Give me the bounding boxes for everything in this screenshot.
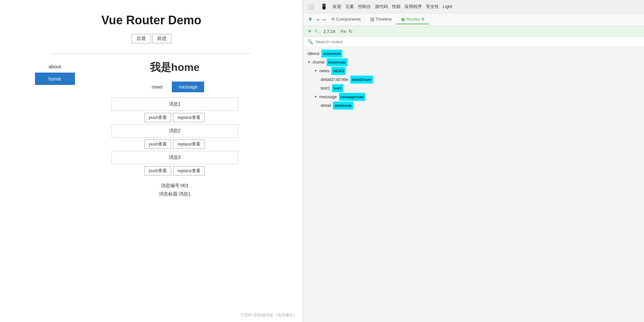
route-home-badge: homeroute (327, 58, 348, 66)
replace-btn-3[interactable]: replace查看 (173, 166, 205, 175)
route-home[interactable]: ▼ /home homeroute (307, 58, 640, 67)
forward-button[interactable]: 前进 (152, 34, 171, 43)
app-title: Vue Router Demo (101, 13, 201, 27)
refresh-icon[interactable]: ↻ (349, 29, 353, 34)
tab-light[interactable]: Light (443, 4, 452, 9)
message-item-3: 消息3 (112, 151, 238, 164)
device-icon[interactable]: 📱 (319, 2, 329, 11)
push-btn-2[interactable]: push查看 (145, 140, 171, 149)
detail-id: 消息编号:001 (159, 181, 191, 190)
route-message[interactable]: ▼ message messageroute (307, 93, 640, 101)
route-about[interactable]: /about aboutroute (307, 49, 640, 58)
route-about-badge: aboutroute (321, 50, 342, 58)
find-label: Fin (341, 29, 347, 34)
search-icon: 🔍 (307, 39, 313, 44)
devtools-panel: ⬜ 📱 欢迎 元素 控制台 源代码 性能 应用程序 安全性 Light ▼ ← … (303, 0, 644, 322)
route-detail-badge: detailroute (333, 102, 353, 110)
msg-actions-3: push查看 replace查看 (112, 166, 238, 175)
route-detail-path: detail (321, 101, 331, 110)
tab-components-label: Components (336, 17, 361, 22)
route-detail[interactable]: detail detailroute (307, 101, 640, 110)
tab-console[interactable]: 控制台 (358, 4, 371, 10)
tab-performance[interactable]: 性能 (392, 4, 401, 10)
tab-timeline[interactable]: ▤ Timeline (366, 15, 397, 24)
vue-logo-small: ▼ (307, 29, 312, 34)
app-label: A... (315, 29, 321, 34)
route-test1-badge: test1 (332, 84, 343, 92)
push-btn-1[interactable]: push查看 (145, 113, 171, 122)
message-collapse-icon[interactable]: ▼ (314, 94, 317, 100)
watermark: CSDN @前端学徒（低等修为） (241, 312, 297, 318)
routes-badge-icon: ✿ (421, 17, 424, 21)
route-test1[interactable]: test1 test1 (307, 84, 640, 93)
timeline-icon: ▤ (370, 17, 374, 22)
detail-title: 消息标题:消息1 (159, 190, 191, 198)
vue-devtools-tabbar: ▼ ← → ⟳ Components ▤ Timeline ▣ Routes ✿ (303, 13, 644, 26)
home-title: 我是home (150, 60, 199, 75)
screen-cast-icon[interactable]: ⬜ (306, 2, 315, 11)
message-list: 消息1 push查看 replace查看 消息2 push查看 replace查… (112, 98, 238, 177)
components-icon: ⟳ (331, 17, 335, 22)
msg-actions-2: push查看 replace查看 (112, 140, 238, 149)
sidebar-item-home[interactable]: home (35, 73, 75, 85)
route-test1-path: test1 (321, 84, 330, 93)
divider (52, 53, 251, 54)
tab-routes[interactable]: ▣ Routes ✿ (396, 15, 429, 24)
tab-elements[interactable]: 元素 (345, 4, 354, 10)
back-icon[interactable]: ← (316, 17, 321, 23)
route-tree: /about aboutroute ▼ /home homeroute ▼ ne… (303, 47, 644, 322)
sidebar-item-about[interactable]: about (35, 60, 75, 73)
message-item-1: 消息1 (112, 98, 238, 111)
content-area: 我是home news message 消息1 push查看 replace查看… (82, 60, 268, 198)
tab-security[interactable]: 安全性 (426, 4, 439, 10)
route-message-badge: messageroute (339, 93, 366, 101)
message-item-2: 消息2 (112, 124, 238, 138)
main-layout: about home 我是home news message 消息1 push查… (35, 60, 268, 198)
route-news-badge: NEWS (331, 67, 346, 75)
route-home-path: /home (313, 58, 325, 67)
sub-nav-message[interactable]: message (172, 82, 204, 92)
tab-source[interactable]: 源代码 (375, 4, 388, 10)
tab-timeline-label: Timeline (376, 17, 392, 22)
replace-btn-2[interactable]: replace查看 (173, 140, 205, 149)
version-row: ▼ A... 2.7.14 Fin ↻ (303, 26, 644, 37)
msg-detail: 消息编号:001 消息标题:消息1 (159, 181, 191, 198)
push-btn-3[interactable]: push查看 (145, 166, 171, 175)
sub-nav: news message (82, 82, 268, 92)
news-collapse-icon[interactable]: ▼ (314, 68, 317, 74)
home-collapse-icon[interactable]: ▼ (307, 59, 311, 66)
back-button[interactable]: 后退 (132, 34, 151, 43)
vue-logo: ▼ (307, 16, 313, 23)
route-news-path: news (319, 67, 329, 75)
tab-welcome[interactable]: 欢迎 (333, 4, 341, 10)
find-row: Fin ↻ (338, 27, 355, 35)
route-detail2[interactable]: detail2/:id/:title detail2route (307, 75, 640, 84)
forward-icon[interactable]: → (321, 17, 327, 23)
routes-icon: ▣ (401, 17, 405, 22)
route-about-path: /about (307, 49, 319, 58)
msg-actions-1: push查看 replace查看 (112, 113, 238, 122)
sidebar-nav: about home (35, 60, 75, 198)
tab-components[interactable]: ⟳ Components (327, 15, 366, 24)
search-routes-input[interactable] (316, 39, 640, 44)
nav-buttons: 后退 前进 (132, 34, 171, 43)
sub-nav-news[interactable]: news (145, 82, 169, 92)
devtools-topbar: ⬜ 📱 欢迎 元素 控制台 源代码 性能 应用程序 安全性 Light (303, 0, 644, 13)
replace-btn-1[interactable]: replace查看 (173, 113, 205, 122)
tab-application[interactable]: 应用程序 (405, 4, 422, 10)
route-news[interactable]: ▼ news NEWS (307, 67, 640, 75)
route-message-path: message (319, 93, 337, 101)
route-detail2-path: detail2/:id/:title (321, 75, 348, 84)
tab-routes-label: Routes (406, 17, 420, 22)
vue-version: 2.7.14 (323, 29, 335, 34)
search-row: 🔍 (303, 37, 644, 47)
route-detail2-badge: detail2route (350, 76, 373, 84)
app-panel: Vue Router Demo 后退 前进 about home 我是home … (0, 0, 303, 322)
